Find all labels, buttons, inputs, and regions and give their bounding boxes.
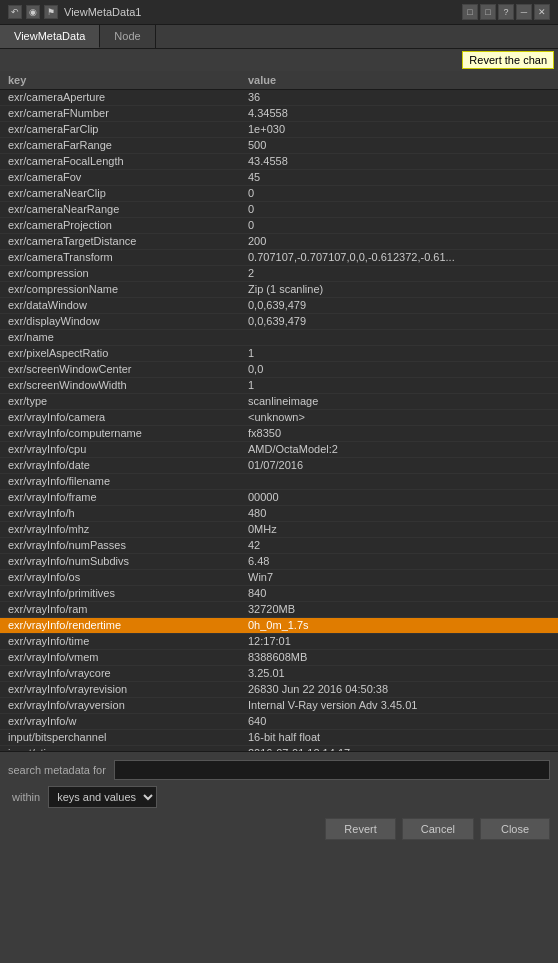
row-value: 200	[248, 235, 550, 248]
pin-icon[interactable]: ◉	[26, 5, 40, 19]
row-key: exr/vrayInfo/h	[8, 507, 248, 520]
table-row[interactable]: exr/cameraAperture36	[0, 90, 558, 106]
table-row[interactable]: exr/vrayInfo/rendertime0h_0m_1.7s	[0, 618, 558, 634]
tooltip-bar: Revert the chan	[0, 49, 558, 71]
table-row[interactable]: exr/vrayInfo/vmem8388608MB	[0, 650, 558, 666]
table-row[interactable]: exr/vrayInfo/frame00000	[0, 490, 558, 506]
row-value: 26830 Jun 22 2016 04:50:38	[248, 683, 550, 696]
tab-viewmetadata[interactable]: ViewMetaData	[0, 25, 100, 48]
table-row[interactable]: exr/cameraProjection0	[0, 218, 558, 234]
table-row[interactable]: exr/cameraTargetDistance200	[0, 234, 558, 250]
within-select[interactable]: keys and values keys only values only	[48, 786, 157, 808]
row-value: 6.48	[248, 555, 550, 568]
table-row[interactable]: exr/vrayInfo/w640	[0, 714, 558, 730]
table-row[interactable]: exr/cameraTransform0.707107,-0.707107,0,…	[0, 250, 558, 266]
table-row[interactable]: exr/vrayInfo/primitives840	[0, 586, 558, 602]
table-row[interactable]: input/bitsperchannel16-bit half float	[0, 730, 558, 746]
table-row[interactable]: exr/vrayInfo/vraycore3.25.01	[0, 666, 558, 682]
table-row[interactable]: exr/pixelAspectRatio1	[0, 346, 558, 362]
table-row[interactable]: exr/cameraNearClip0	[0, 186, 558, 202]
row-key: exr/name	[8, 331, 248, 344]
row-value: 0,0	[248, 363, 550, 376]
table-row[interactable]: exr/vrayInfo/numSubdivs6.48	[0, 554, 558, 570]
row-key: exr/vrayInfo/mhz	[8, 523, 248, 536]
table-row[interactable]: exr/vrayInfo/camera<unknown>	[0, 410, 558, 426]
row-key: exr/vrayInfo/vrayrevision	[8, 683, 248, 696]
table-row[interactable]: exr/vrayInfo/cpuAMD/OctaModel:2	[0, 442, 558, 458]
row-key: exr/vrayInfo/filename	[8, 475, 248, 488]
table-row[interactable]: exr/vrayInfo/mhz0MHz	[0, 522, 558, 538]
row-key: exr/cameraNearClip	[8, 187, 248, 200]
row-value: 500	[248, 139, 550, 152]
flag-icon[interactable]: ⚑	[44, 5, 58, 19]
table-row[interactable]: input/ctime2016-07-01 12:14:17	[0, 746, 558, 751]
table-row[interactable]: exr/dataWindow0,0,639,479	[0, 298, 558, 314]
row-value: 42	[248, 539, 550, 552]
tab-bar: ViewMetaData Node	[0, 25, 558, 49]
row-value: 2016-07-01 12:14:17	[248, 747, 550, 751]
row-value: 4.34558	[248, 107, 550, 120]
row-key: exr/compressionName	[8, 283, 248, 296]
row-value: 0,0,639,479	[248, 315, 550, 328]
table-row[interactable]: exr/cameraFarRange500	[0, 138, 558, 154]
table-row[interactable]: exr/name	[0, 330, 558, 346]
table-row[interactable]: exr/vrayInfo/computernamefx8350	[0, 426, 558, 442]
close-icon[interactable]: ✕	[534, 4, 550, 20]
table-header: key value	[0, 71, 558, 90]
row-value: <unknown>	[248, 411, 550, 424]
undo-icon[interactable]: ↶	[8, 5, 22, 19]
row-value	[248, 331, 550, 344]
table-row[interactable]: exr/vrayInfo/vrayrevision26830 Jun 22 20…	[0, 682, 558, 698]
row-key: input/ctime	[8, 747, 248, 751]
row-value: 00000	[248, 491, 550, 504]
row-value: 640	[248, 715, 550, 728]
table-row[interactable]: exr/compression2	[0, 266, 558, 282]
row-key: exr/vrayInfo/vrayversion	[8, 699, 248, 712]
table-row[interactable]: exr/vrayInfo/numPasses42	[0, 538, 558, 554]
row-value: 840	[248, 587, 550, 600]
row-key: exr/cameraFarClip	[8, 123, 248, 136]
row-value: 0MHz	[248, 523, 550, 536]
row-value: 43.4558	[248, 155, 550, 168]
table-row[interactable]: exr/cameraFov45	[0, 170, 558, 186]
help-icon[interactable]: ?	[498, 4, 514, 20]
row-value: 0,0,639,479	[248, 299, 550, 312]
tab-node[interactable]: Node	[100, 25, 155, 48]
table-row[interactable]: exr/vrayInfo/osWin7	[0, 570, 558, 586]
row-value: 2	[248, 267, 550, 280]
row-key: exr/cameraTargetDistance	[8, 235, 248, 248]
metadata-table: key value exr/cameraAperture36exr/camera…	[0, 71, 558, 751]
table-row[interactable]: exr/cameraFocalLength43.4558	[0, 154, 558, 170]
table-row[interactable]: exr/vrayInfo/ram32720MB	[0, 602, 558, 618]
resize-icon-2[interactable]: □	[480, 4, 496, 20]
table-row[interactable]: exr/vrayInfo/date01/07/2016	[0, 458, 558, 474]
cancel-button[interactable]: Cancel	[402, 818, 474, 840]
table-row[interactable]: exr/cameraFNumber4.34558	[0, 106, 558, 122]
row-key: exr/vrayInfo/frame	[8, 491, 248, 504]
row-key: exr/compression	[8, 267, 248, 280]
minimize-icon[interactable]: ─	[516, 4, 532, 20]
table-row[interactable]: exr/displayWindow0,0,639,479	[0, 314, 558, 330]
table-row[interactable]: exr/compressionNameZip (1 scanline)	[0, 282, 558, 298]
search-label: search metadata for	[8, 764, 106, 776]
row-key: exr/vrayInfo/cpu	[8, 443, 248, 456]
table-row[interactable]: exr/vrayInfo/time12:17:01	[0, 634, 558, 650]
row-key: exr/vrayInfo/vmem	[8, 651, 248, 664]
table-row[interactable]: exr/screenWindowWidth1	[0, 378, 558, 394]
table-row[interactable]: exr/vrayInfo/vrayversionInternal V-Ray v…	[0, 698, 558, 714]
table-row[interactable]: exr/vrayInfo/filename	[0, 474, 558, 490]
close-button[interactable]: Close	[480, 818, 550, 840]
row-key: exr/vrayInfo/time	[8, 635, 248, 648]
search-input[interactable]	[114, 760, 550, 780]
title-bar: ↶ ◉ ⚑ ViewMetaData1 □ □ ? ─ ✕	[0, 0, 558, 25]
revert-button[interactable]: Revert	[325, 818, 395, 840]
table-row[interactable]: exr/vrayInfo/h480	[0, 506, 558, 522]
row-key: input/bitsperchannel	[8, 731, 248, 744]
resize-icon-1[interactable]: □	[462, 4, 478, 20]
title-bar-icons: ↶ ◉ ⚑	[8, 5, 58, 19]
table-row[interactable]: exr/cameraFarClip1e+030	[0, 122, 558, 138]
table-row[interactable]: exr/screenWindowCenter0,0	[0, 362, 558, 378]
row-value: 0	[248, 203, 550, 216]
table-row[interactable]: exr/typescanlineimage	[0, 394, 558, 410]
table-row[interactable]: exr/cameraNearRange0	[0, 202, 558, 218]
